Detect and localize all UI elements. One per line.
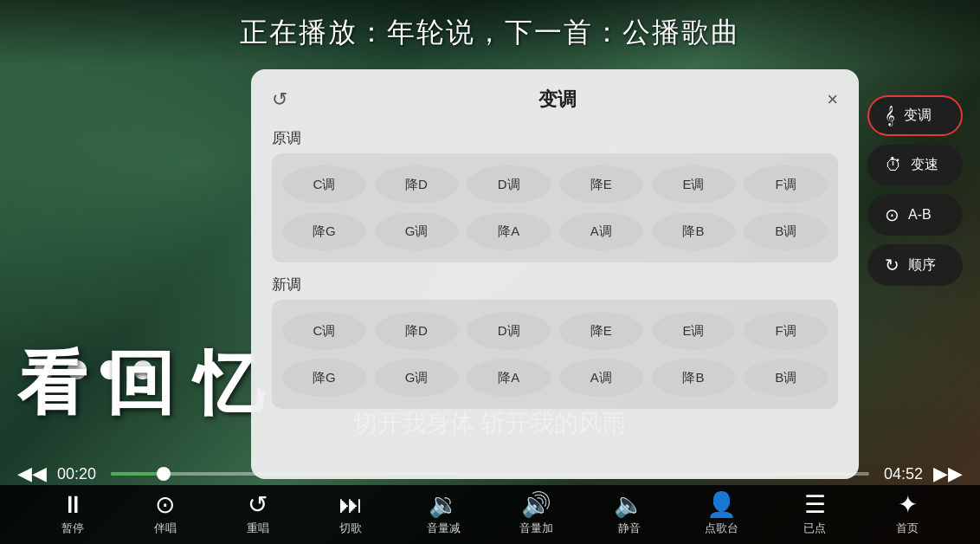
new-key-e[interactable]: E调 <box>652 312 736 350</box>
song-list-button[interactable]: 👤 点歌台 <box>692 493 752 536</box>
new-key-grid: C调 降D D调 降E E调 F调 降G G调 降A A调 降B B调 <box>272 300 838 409</box>
orig-key-g[interactable]: G调 <box>375 212 459 250</box>
shunxu-button[interactable]: ↻ 顺序 <box>867 244 963 286</box>
new-key-c[interactable]: C调 <box>282 312 366 350</box>
next-button[interactable]: ⏭ 切歌 <box>320 493 381 536</box>
modal-header: ↺ 变调 × <box>272 87 838 113</box>
song-list-icon: 👤 <box>706 493 737 517</box>
queued-icon: ☰ <box>804 493 826 517</box>
orig-key-f[interactable]: F调 <box>744 165 828 204</box>
next-label: 切歌 <box>339 521 362 536</box>
next-icon: ⏭ <box>338 493 363 517</box>
biansu-label: 变速 <box>911 156 938 174</box>
progress-handle <box>157 467 171 481</box>
accompany-icon: ⊙ <box>155 493 175 517</box>
time-current: 00:20 <box>57 465 100 483</box>
home-button[interactable]: ✦ 首页 <box>877 493 938 536</box>
new-key-f[interactable]: F调 <box>744 312 828 350</box>
modal-reset-button[interactable]: ↺ <box>272 88 287 111</box>
new-key-d[interactable]: D调 <box>467 312 551 350</box>
biandiao-label: 变调 <box>904 107 932 125</box>
mute-label: 静音 <box>618 521 641 536</box>
orig-key-e[interactable]: E调 <box>652 165 736 204</box>
now-playing-text: 正在播放：年轮说，下一首：公播歌曲 <box>240 16 740 48</box>
orig-key-db[interactable]: 降D <box>375 165 459 204</box>
next-skip-button[interactable]: ▶▶ <box>933 463 963 485</box>
biandiao-button[interactable]: 𝄞 变调 <box>867 95 963 136</box>
original-key-grid: C调 降D D调 降E E调 F调 降G G调 降A A调 降B B调 <box>272 153 838 262</box>
repeat-icon: ↺ <box>248 493 268 517</box>
biansu-icon: ⏱ <box>885 155 902 175</box>
new-section: 新调 C调 降D D调 降E E调 F调 降G G调 降A A调 降B B调 <box>272 275 838 409</box>
time-total: 04:52 <box>880 465 923 483</box>
orig-key-d[interactable]: D调 <box>467 165 551 204</box>
orig-key-b[interactable]: B调 <box>744 212 828 250</box>
pause-label: 暂停 <box>61 521 84 536</box>
biandiao-icon: 𝄞 <box>885 106 895 126</box>
pause-icon: ⏸ <box>61 493 85 517</box>
vol-up-label: 音量加 <box>519 521 553 536</box>
home-label: 首页 <box>896 521 919 536</box>
orig-key-gb[interactable]: 降G <box>282 212 366 250</box>
accompany-button[interactable]: ⊙ 伴唱 <box>135 493 196 536</box>
repeat-button[interactable]: ↺ 重唱 <box>228 493 288 536</box>
orig-key-bb[interactable]: 降B <box>652 212 736 250</box>
new-key-ab[interactable]: 降A <box>467 359 551 397</box>
pause-button[interactable]: ⏸ 暂停 <box>42 493 103 536</box>
modal-box: ↺ 变调 × 原调 C调 降D D调 降E E调 F调 降G G调 降A A调 … <box>251 69 859 479</box>
control-bar: ⏸ 暂停 ⊙ 伴唱 ↺ 重唱 ⏭ 切歌 🔉 音量减 🔊 音量加 🔈 静音 👤 点… <box>0 485 980 544</box>
new-key-db[interactable]: 降D <box>375 312 459 350</box>
new-key-eb[interactable]: 降E <box>559 312 643 350</box>
vol-down-label: 音量减 <box>427 521 461 536</box>
orig-key-c[interactable]: C调 <box>282 165 366 204</box>
mute-button[interactable]: 🔈 静音 <box>599 493 660 536</box>
home-icon: ✦ <box>898 493 918 517</box>
top-bar: 正在播放：年轮说，下一首：公播歌曲 <box>0 0 980 66</box>
new-key-bb[interactable]: 降B <box>652 359 736 397</box>
right-panel: 𝄞 变调 ⏱ 变速 ⊙ A-B ↻ 顺序 <box>867 95 963 286</box>
modal-overlay: ↺ 变调 × 原调 C调 降D D调 降E E调 F调 降G G调 降A A调 … <box>251 69 859 479</box>
modal-close-button[interactable]: × <box>827 88 838 111</box>
modal-title: 变调 <box>538 87 577 113</box>
orig-key-ab[interactable]: 降A <box>467 212 551 250</box>
new-key-g[interactable]: G调 <box>375 359 459 397</box>
biansu-button[interactable]: ⏱ 变速 <box>867 145 963 185</box>
new-key-b[interactable]: B调 <box>744 359 828 397</box>
orig-key-eb[interactable]: 降E <box>559 165 643 204</box>
new-label: 新调 <box>272 275 838 295</box>
vol-down-icon: 🔉 <box>429 493 459 517</box>
orig-key-a[interactable]: A调 <box>559 212 643 250</box>
mute-icon: 🔈 <box>614 493 644 517</box>
repeat-label: 重唱 <box>247 521 269 536</box>
queued-label: 已点 <box>803 521 826 536</box>
ab-button[interactable]: ⊙ A-B <box>867 194 963 236</box>
queued-button[interactable]: ☰ 已点 <box>784 493 845 536</box>
original-label: 原调 <box>272 128 838 148</box>
new-key-a[interactable]: A调 <box>559 359 643 397</box>
accompany-label: 伴唱 <box>154 521 177 536</box>
song-list-label: 点歌台 <box>705 521 738 536</box>
vol-down-button[interactable]: 🔉 音量减 <box>413 493 474 536</box>
shunxu-icon: ↻ <box>885 255 899 275</box>
shunxu-label: 顺序 <box>908 256 936 275</box>
vol-up-button[interactable]: 🔊 音量加 <box>506 493 567 536</box>
original-section: 原调 C调 降D D调 降E E调 F调 降G G调 降A A调 降B B调 <box>272 128 838 262</box>
new-key-gb[interactable]: 降G <box>282 359 366 397</box>
ab-label: A-B <box>908 207 932 223</box>
vol-up-icon: 🔊 <box>521 493 551 517</box>
ab-icon: ⊙ <box>885 204 899 225</box>
prev-button[interactable]: ◀◀ <box>17 463 47 485</box>
progress-bar-fill <box>111 472 164 476</box>
